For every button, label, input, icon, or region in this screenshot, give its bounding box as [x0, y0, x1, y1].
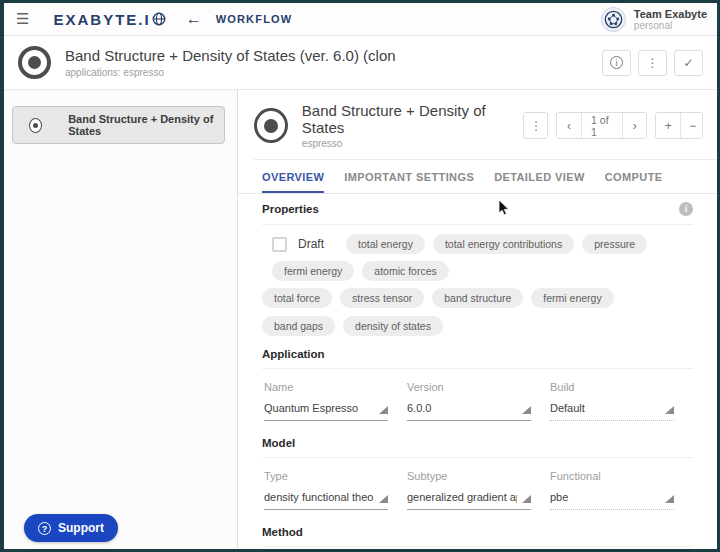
- logo-text: EXABYTE.I: [53, 11, 150, 28]
- kebab-icon: ⋮: [647, 56, 659, 70]
- properties-heading: Properties: [262, 203, 319, 215]
- sidebar-item-label: Band Structure + Density of States: [68, 113, 224, 137]
- application-version-select[interactable]: Version 6.0.0: [407, 381, 531, 421]
- back-arrow-icon[interactable]: ←: [186, 10, 202, 28]
- model-type-select[interactable]: Type density functional theory: [264, 470, 388, 510]
- pager-next-button[interactable]: ›: [622, 113, 646, 138]
- workflow-subtitle: applications: espresso: [65, 67, 396, 78]
- property-tag: fermi energy: [272, 261, 354, 281]
- breadcrumb: WORKFLOW: [216, 13, 293, 25]
- sidebar-item-band-structure-dos[interactable]: Band Structure + Density of States: [12, 106, 225, 144]
- workflow-title: Band Structure + Density of States (ver.…: [65, 47, 396, 64]
- application-heading: Application: [262, 348, 325, 360]
- subworkflow-header: Band Structure + Density of States espre…: [238, 90, 717, 159]
- question-icon: ?: [38, 522, 51, 535]
- property-tag: stress tensor: [340, 288, 424, 308]
- tab-overview[interactable]: OVERVIEW: [262, 160, 324, 193]
- property-tag: total force: [262, 288, 332, 308]
- overview-content: Properties i Draft total energy total en…: [238, 194, 717, 552]
- molecule-avatar-icon: [604, 10, 623, 29]
- property-tag: total energy: [346, 234, 425, 254]
- tab-important-settings[interactable]: IMPORTANT SETTINGS: [344, 160, 474, 193]
- more-options-button[interactable]: ⋮: [638, 50, 667, 76]
- dropdown-caret-icon: [665, 495, 674, 503]
- info-icon: i: [610, 56, 623, 69]
- check-icon: ✓: [683, 56, 693, 70]
- subworkflow-title: Band Structure + Density of States: [302, 102, 523, 136]
- avatar[interactable]: [601, 7, 626, 32]
- app-window: ☰ EXABYTE.I ← WORKFLOW: [0, 0, 720, 552]
- workflow-header: Band Structure + Density of States (ver.…: [4, 36, 717, 90]
- hamburger-menu-icon[interactable]: ☰: [16, 10, 29, 28]
- save-confirm-button[interactable]: ✓: [674, 50, 703, 76]
- dropdown-caret-icon: [379, 495, 388, 503]
- dropdown-caret-icon: [379, 406, 388, 414]
- divider: [262, 368, 693, 369]
- account-type: personal: [634, 20, 707, 31]
- divider: [262, 224, 693, 225]
- property-tag: total energy contributions: [433, 234, 574, 254]
- pager-more-button[interactable]: ⋮: [524, 113, 548, 138]
- property-tag: band structure: [432, 288, 523, 308]
- application-name-select[interactable]: Name Quantum Espresso: [264, 381, 388, 421]
- model-subtype-select[interactable]: Subtype generalized gradient appro›: [407, 470, 531, 510]
- model-heading: Model: [262, 437, 295, 449]
- method-heading: Method: [262, 526, 303, 538]
- tab-compute[interactable]: COMPUTE: [605, 160, 663, 193]
- history-info-button[interactable]: i: [602, 50, 631, 76]
- tab-bar: OVERVIEW IMPORTANT SETTINGS DETAILED VIE…: [238, 160, 717, 194]
- property-tag: band gaps: [262, 316, 335, 336]
- pager-prev-button[interactable]: ‹: [557, 113, 581, 138]
- property-tag: pressure: [582, 234, 647, 254]
- draft-label: Draft: [298, 237, 324, 251]
- model-functional-select[interactable]: Functional pbe: [550, 470, 674, 510]
- property-tag: atomic forces: [362, 261, 448, 281]
- dropdown-caret-icon: [522, 495, 531, 503]
- pager-position: 1 of 1: [581, 113, 622, 138]
- dropdown-caret-icon: [665, 406, 674, 414]
- support-button[interactable]: ? Support: [24, 514, 118, 542]
- exabyte-logo[interactable]: EXABYTE.I: [53, 11, 165, 28]
- application-build-select[interactable]: Build Default: [550, 381, 674, 421]
- main-panel: Band Structure + Density of States espre…: [238, 90, 717, 548]
- subworkflow-sidebar: Band Structure + Density of States: [4, 90, 238, 548]
- property-tag: fermi energy: [531, 288, 613, 308]
- divider: [262, 457, 693, 458]
- subworkflow-subtitle: espresso: [302, 138, 523, 149]
- mouse-cursor: [498, 199, 510, 217]
- property-tag: density of states: [343, 316, 443, 336]
- draft-checkbox[interactable]: [272, 237, 287, 252]
- top-app-bar: ☰ EXABYTE.I ← WORKFLOW: [4, 3, 717, 36]
- subworkflow-icon: [29, 118, 42, 133]
- dropdown-caret-icon: [522, 406, 531, 414]
- team-name[interactable]: Team Exabyte: [634, 8, 707, 20]
- workflow-icon: [18, 46, 51, 79]
- add-unit-button[interactable]: +: [656, 113, 680, 138]
- subworkflow-icon-large: [254, 108, 288, 143]
- pager-controls: ⋮ ‹ 1 of 1 › + −: [523, 112, 703, 139]
- remove-unit-button[interactable]: −: [680, 113, 703, 138]
- divider: [262, 546, 693, 547]
- globe-o-icon: [152, 12, 166, 26]
- tab-detailed-view[interactable]: DETAILED VIEW: [494, 160, 585, 193]
- properties-info-icon[interactable]: i: [679, 202, 693, 216]
